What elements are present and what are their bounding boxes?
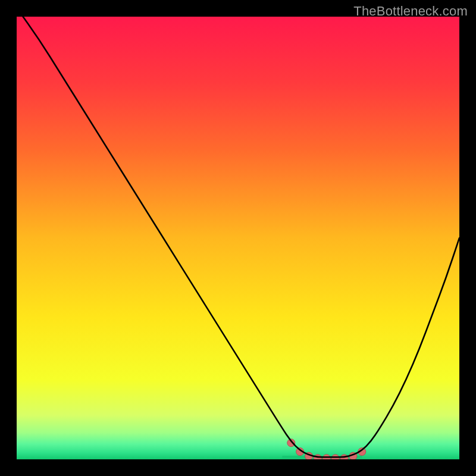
watermark-text: TheBottleneck.com — [353, 4, 468, 19]
gradient-background — [17, 17, 459, 459]
bottleneck-chart — [17, 17, 459, 459]
